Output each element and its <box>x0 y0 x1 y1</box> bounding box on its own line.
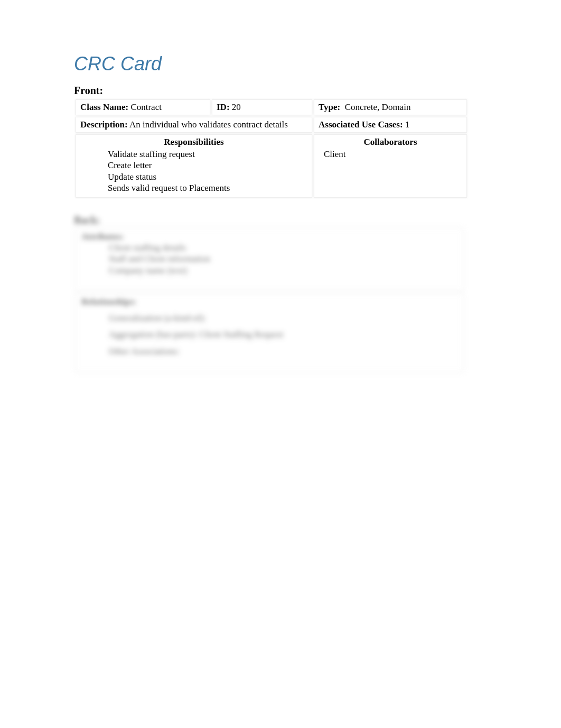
class-name-value: Contract <box>130 102 162 112</box>
attributes-header: Attributes: <box>81 232 457 242</box>
list-item: Validate staffing request <box>108 149 307 160</box>
page-title: CRC Card <box>74 53 492 75</box>
list-item: Create letter <box>108 160 307 171</box>
list-item: Update status <box>108 171 307 182</box>
back-heading: Back: <box>74 214 492 226</box>
list-item: Aggregation (has-parts): Client Staffing… <box>109 329 457 340</box>
relationships-list: Generalization (a-kind-of): Aggregation … <box>81 312 457 357</box>
responsibilities-list: Validate staffing request Create letter … <box>80 149 307 193</box>
list-item: Staff and Client information <box>109 253 457 264</box>
usecases-label: Associated Use Cases: <box>319 119 403 130</box>
type-cell: Type: Concrete, Domain <box>314 99 467 115</box>
relationships-header: Relationships: <box>81 297 457 307</box>
relationships-cell: Relationships: Generalization (a-kind-of… <box>76 293 463 372</box>
list-item: Sends valid request to Placements <box>108 182 307 193</box>
list-item: Client <box>324 149 462 160</box>
list-item: Company name (text) <box>109 265 457 276</box>
collaborators-header: Collaborators <box>319 137 462 149</box>
responsibilities-cell: Responsibilities Validate staffing reque… <box>76 134 312 198</box>
class-name-label: Class Name: <box>80 102 128 112</box>
type-value: Concrete, Domain <box>345 102 411 112</box>
type-label: Type: <box>319 102 340 112</box>
collaborators-cell: Collaborators Client <box>314 134 467 198</box>
list-item: Generalization (a-kind-of): <box>109 312 457 324</box>
collaborators-list: Client <box>319 149 462 160</box>
id-cell: ID: 20 <box>212 99 312 115</box>
class-name-cell: Class Name: Contract <box>76 99 210 115</box>
crc-back-table: Attributes: Client staffing details Staf… <box>74 226 465 374</box>
usecases-value: 1 <box>405 119 410 130</box>
list-item: Client staffing details <box>109 242 457 253</box>
attributes-list: Client staffing details Staff and Client… <box>81 242 457 276</box>
list-item: Other Associations: <box>109 346 457 357</box>
responsibilities-header: Responsibilities <box>80 137 307 149</box>
description-cell: Description: An individual who validates… <box>76 117 312 133</box>
attributes-cell: Attributes: Client staffing details Staf… <box>76 228 463 291</box>
id-label: ID: <box>217 102 230 112</box>
front-heading: Front: <box>74 85 492 97</box>
usecases-cell: Associated Use Cases: 1 <box>314 117 467 133</box>
description-label: Description: <box>80 119 128 130</box>
description-value: An individual who validates contract det… <box>129 119 288 130</box>
crc-front-table: Class Name: Contract ID: 20 Type: Concre… <box>74 98 469 199</box>
id-value: 20 <box>232 102 241 112</box>
back-section-blurred: Back: Attributes: Client staffing detail… <box>74 214 492 374</box>
